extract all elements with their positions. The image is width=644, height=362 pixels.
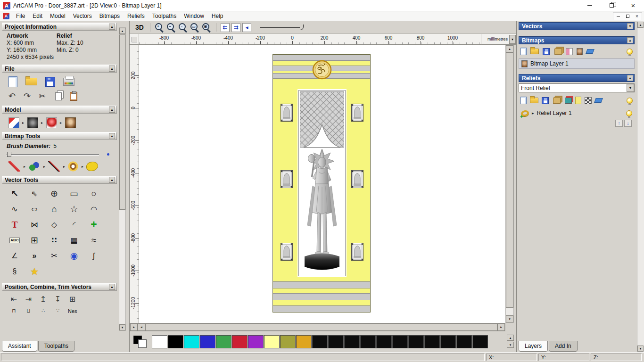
tab-toolpaths[interactable]: Toolpaths bbox=[38, 341, 74, 352]
palette-scroll-down-button[interactable]: ▾ bbox=[507, 342, 514, 348]
node-editing-tool-icon[interactable]: ⇖ bbox=[25, 186, 44, 201]
palette-colour-swatch[interactable] bbox=[232, 335, 248, 348]
palette-colour-swatch[interactable] bbox=[408, 335, 424, 348]
lighting-icon[interactable] bbox=[46, 117, 57, 128]
close-button[interactable]: × bbox=[622, 0, 644, 11]
set-model-size-icon[interactable] bbox=[8, 117, 19, 128]
zoom-window-icon[interactable]: ▫ bbox=[178, 23, 188, 33]
rectangle-tool-icon[interactable]: ▭ bbox=[64, 186, 84, 201]
relief-layer-stack-icon[interactable] bbox=[565, 98, 572, 104]
palette-colour-swatch[interactable] bbox=[168, 335, 183, 348]
palette-colour-swatch[interactable] bbox=[456, 335, 472, 348]
new-bitmap-layer-icon[interactable] bbox=[520, 48, 527, 55]
texture-image-icon[interactable] bbox=[65, 117, 76, 128]
fit-curve-tool-icon[interactable]: ≈ bbox=[84, 232, 104, 248]
open-model-icon[interactable] bbox=[25, 78, 37, 85]
palette-colour-swatch[interactable] bbox=[392, 335, 408, 348]
new-relief-layer-icon[interactable] bbox=[520, 97, 527, 104]
toggle-bitmaps-visibility-icon[interactable] bbox=[627, 49, 633, 55]
colour-palette-icon[interactable] bbox=[28, 161, 40, 172]
scrollbar-thumb[interactable] bbox=[145, 323, 497, 331]
weld-vectors-icon[interactable]: ⊓ bbox=[7, 307, 21, 314]
zoom-previous-icon[interactable]: ◂ bbox=[242, 23, 251, 32]
subtract-vectors-icon[interactable]: ⊔ bbox=[21, 307, 36, 314]
palette-scroll-up-button[interactable]: ▴ bbox=[507, 335, 514, 341]
merge-bitmap-icon[interactable] bbox=[566, 48, 573, 55]
collapse-button[interactable]: ▲ bbox=[627, 75, 633, 81]
bitmap-layer-row[interactable]: Bitmap Layer 1 bbox=[519, 58, 635, 69]
expand-button[interactable]: ▼ bbox=[627, 23, 633, 29]
move-layer-up-button[interactable]: ↑ bbox=[615, 120, 623, 127]
palette-colour-swatch[interactable] bbox=[296, 335, 312, 348]
scroll-down-button[interactable]: ▾ bbox=[506, 315, 513, 322]
bitmap-preview-icon[interactable] bbox=[577, 48, 583, 55]
grid-tool-icon[interactable]: ⊞ bbox=[25, 232, 44, 248]
collapse-button[interactable]: ▲ bbox=[109, 284, 115, 290]
save-model-icon[interactable] bbox=[45, 77, 55, 87]
horizontal-scrollbar[interactable]: ▸ ◂ ▸ bbox=[130, 323, 505, 331]
collapse-button[interactable]: ▲ bbox=[109, 66, 115, 72]
transform-tool-icon[interactable]: ⊕ bbox=[44, 186, 64, 201]
arc-tool-icon[interactable]: ◠ bbox=[84, 201, 104, 217]
redo-icon[interactable]: ↷ bbox=[24, 92, 31, 100]
bitmap-layer-name[interactable]: Bitmap Layer 1 bbox=[530, 60, 569, 67]
bisector-tool-icon[interactable]: ∠ bbox=[5, 248, 25, 263]
scroll-up-button[interactable]: ▴ bbox=[506, 45, 513, 52]
offset-tool-icon[interactable]: ◇ bbox=[44, 217, 64, 232]
greyscale-image-icon[interactable] bbox=[27, 117, 38, 128]
tab-assistant[interactable]: Assistant bbox=[2, 341, 37, 352]
units-dropdown-button[interactable]: ▼ bbox=[509, 35, 516, 44]
eraser-icon[interactable] bbox=[86, 162, 98, 171]
save-bitmap-icon[interactable] bbox=[543, 48, 550, 55]
polygon-tool-icon[interactable]: ⌂ bbox=[44, 201, 64, 217]
align-centre-icon[interactable]: ⊞ bbox=[65, 293, 80, 305]
palette-colour-swatch[interactable] bbox=[264, 335, 280, 348]
spline-tool-icon[interactable]: ∫ bbox=[84, 248, 104, 263]
dropdown-button[interactable]: ▼ bbox=[627, 84, 634, 92]
slice-vectors-icon[interactable]: ∴ bbox=[36, 307, 50, 314]
palette-colour-swatch[interactable] bbox=[344, 335, 360, 348]
open-relief-icon[interactable] bbox=[530, 98, 538, 103]
palette-colour-swatch[interactable] bbox=[376, 335, 392, 348]
view-3d-button[interactable]: 3D bbox=[133, 23, 146, 32]
pan-right-icon[interactable]: ⇉ bbox=[231, 23, 240, 32]
scrollbar-thumb[interactable] bbox=[119, 34, 125, 210]
brush-diameter-slider[interactable] bbox=[7, 151, 99, 157]
circle-tool-icon[interactable]: ○ bbox=[84, 186, 104, 201]
menu-bitmaps[interactable]: Bitmaps bbox=[96, 12, 124, 20]
collapse-button[interactable]: ▲ bbox=[109, 177, 115, 183]
restore-button[interactable] bbox=[601, 0, 622, 11]
panel-scrollbar[interactable]: ▴ ▾ bbox=[637, 21, 644, 352]
child-close-button[interactable]: × bbox=[632, 13, 642, 20]
paint-brush-icon[interactable] bbox=[8, 161, 20, 172]
join-vectors-tool-icon[interactable]: » bbox=[25, 248, 44, 263]
palette-colour-swatch[interactable] bbox=[200, 335, 215, 348]
menu-window[interactable]: Window bbox=[180, 12, 208, 20]
align-top-icon[interactable]: ↥ bbox=[36, 293, 50, 305]
zoom-out-icon[interactable]: − bbox=[166, 23, 176, 33]
scroll-left-button[interactable]: ◂ bbox=[138, 323, 145, 331]
zoom-in-icon[interactable]: + bbox=[155, 23, 165, 33]
wrap-tool-icon[interactable]: ★ bbox=[25, 263, 44, 279]
select-tool-icon[interactable]: ↖ bbox=[5, 186, 25, 201]
delete-bitmap-icon[interactable] bbox=[586, 49, 594, 54]
collapse-button[interactable]: ▲ bbox=[109, 24, 115, 30]
scroll-down-button[interactable]: ▾ bbox=[119, 324, 125, 330]
open-bitmap-icon[interactable] bbox=[530, 49, 539, 54]
palette-colour-swatch[interactable] bbox=[472, 335, 488, 348]
move-layer-down-button[interactable]: ↓ bbox=[624, 120, 632, 127]
relief-layer-visibility-icon[interactable] bbox=[626, 110, 632, 116]
align-left-icon[interactable]: ⇤ bbox=[7, 293, 21, 305]
primary-secondary-colour-swatch[interactable] bbox=[132, 335, 149, 348]
scroll-up-button[interactable]: ▴ bbox=[119, 28, 125, 34]
paste-along-curve-tool-icon[interactable]: + bbox=[84, 217, 104, 232]
palette-colour-swatch[interactable] bbox=[152, 335, 167, 348]
scrollbar-thumb[interactable] bbox=[506, 52, 513, 308]
ellipse-tool-icon[interactable]: ○ bbox=[25, 201, 44, 217]
cut-icon[interactable]: ✂ bbox=[39, 92, 46, 100]
menu-model[interactable]: Model bbox=[46, 12, 69, 20]
relief-layer-name[interactable]: Relief Layer 1 bbox=[537, 110, 572, 116]
collapse-button[interactable]: ▲ bbox=[627, 37, 633, 43]
collapse-button[interactable]: ▲ bbox=[109, 107, 115, 113]
child-restore-button[interactable] bbox=[623, 13, 632, 20]
